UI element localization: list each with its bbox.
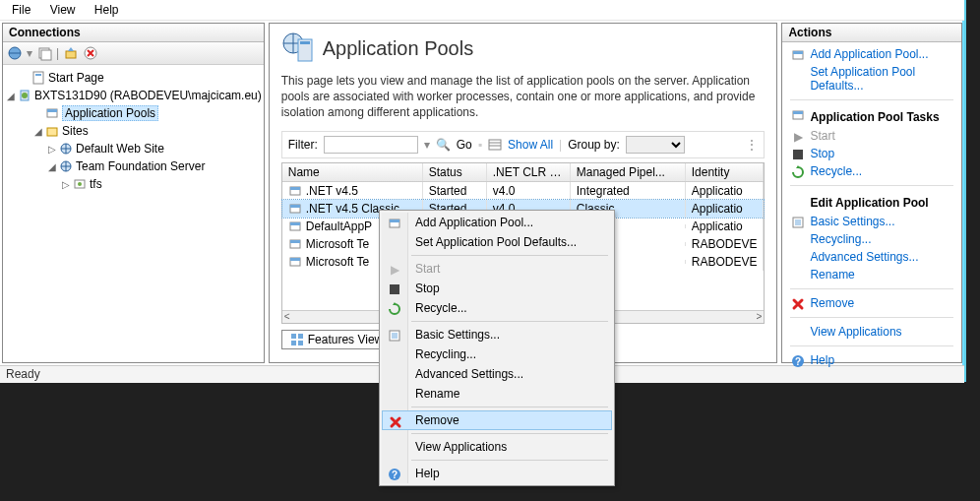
filter-label: Filter: xyxy=(288,138,318,152)
action-rename[interactable]: Rename xyxy=(790,267,953,282)
cm-basic-settings[interactable]: Basic Settings... xyxy=(382,325,612,344)
go-label[interactable]: Go xyxy=(457,138,472,152)
col-pipeline[interactable]: Managed Pipel... xyxy=(571,163,686,181)
svg-rect-21 xyxy=(290,187,300,190)
svg-rect-29 xyxy=(290,258,300,261)
show-all-icon[interactable] xyxy=(488,138,502,152)
globe-icon xyxy=(58,141,74,157)
folder-icon xyxy=(44,123,60,139)
action-recycle[interactable]: Recycle... xyxy=(790,163,953,179)
cm-help[interactable]: ?Help xyxy=(382,464,612,483)
refresh-icon[interactable] xyxy=(36,45,52,61)
svg-rect-30 xyxy=(291,334,296,339)
tree-tfs[interactable]: ▷ tfs xyxy=(5,175,262,193)
stop-icon xyxy=(387,282,402,297)
svg-rect-27 xyxy=(290,240,300,243)
app-pools-icon xyxy=(44,105,60,121)
action-set-defaults[interactable]: Set Application Pool Defaults... xyxy=(790,64,953,94)
svg-text:?: ? xyxy=(392,470,398,480)
col-name[interactable]: Name xyxy=(282,163,423,181)
cm-add-pool[interactable]: Add Application Pool... xyxy=(382,213,612,232)
action-remove[interactable]: Remove xyxy=(790,295,953,311)
up-icon[interactable] xyxy=(63,45,79,61)
connect-icon[interactable] xyxy=(7,45,23,61)
tree-label: Default Web Site xyxy=(76,142,164,156)
collapse-icon[interactable]: ▷ xyxy=(46,144,58,155)
menu-file[interactable]: File xyxy=(4,0,38,20)
svg-rect-10 xyxy=(47,109,57,112)
connections-panel: Connections ▾ | Start Page ◢ BXTS131D xyxy=(2,23,265,363)
col-identity[interactable]: Identity xyxy=(686,163,765,181)
action-view-apps[interactable]: View Applications xyxy=(790,324,953,340)
stop-nav-icon[interactable] xyxy=(83,45,98,61)
tree-default-site[interactable]: ▷ Default Web Site xyxy=(5,140,262,157)
tree-sites[interactable]: ◢ Sites xyxy=(5,122,262,140)
tree-server[interactable]: ◢ BXTS131D90 (RABODEVEU\majcicam.eu) xyxy=(5,87,262,104)
features-view-tab[interactable]: Features View xyxy=(281,330,392,349)
cm-recycling[interactable]: Recycling... xyxy=(382,344,612,364)
table-row[interactable]: .NET v4.5 Started v4.0 Integrated Applic… xyxy=(282,182,765,200)
cm-remove[interactable]: Remove xyxy=(382,410,612,430)
svg-rect-37 xyxy=(793,111,803,114)
expand-icon[interactable]: ◢ xyxy=(32,126,44,137)
tree-start-page[interactable]: Start Page xyxy=(5,69,262,87)
cm-start: ▶Start xyxy=(382,259,612,279)
tree-app-pools[interactable]: Application Pools xyxy=(5,104,262,122)
dropdown-icon[interactable]: ▾ xyxy=(27,46,32,60)
cm-recycle[interactable]: Recycle... xyxy=(382,298,612,318)
settings-icon xyxy=(790,215,806,230)
help-icon: ? xyxy=(790,353,806,369)
filter-bar: Filter: ▾ 🔍 Go ▪ Show All | Group by: ⋮ xyxy=(281,131,766,158)
svg-rect-32 xyxy=(291,341,296,345)
cm-view-apps[interactable]: View Applications xyxy=(382,437,612,457)
cm-advanced-settings[interactable]: Advanced Settings... xyxy=(382,364,612,384)
cell: RABODEVE xyxy=(686,235,765,253)
cm-stop[interactable]: Stop xyxy=(382,279,612,298)
filter-input[interactable] xyxy=(324,136,418,154)
actions-title: Actions xyxy=(782,24,961,42)
dropdown-icon[interactable]: ▾ xyxy=(424,138,430,152)
action-stop[interactable]: Stop xyxy=(790,146,953,161)
action-add-pool[interactable]: Add Application Pool... xyxy=(790,46,953,62)
menu-view[interactable]: View xyxy=(42,0,84,20)
pool-icon xyxy=(288,184,302,198)
connections-toolbar: ▾ | xyxy=(3,42,264,65)
svg-rect-38 xyxy=(793,150,803,159)
server-icon xyxy=(17,88,32,103)
add-icon xyxy=(790,47,806,63)
actions-panel: Actions Add Application Pool... Set Appl… xyxy=(781,23,962,363)
pool-icon xyxy=(288,219,302,233)
remove-icon xyxy=(388,414,403,430)
action-recycling[interactable]: Recycling... xyxy=(790,231,953,247)
expand-icon[interactable]: ◢ xyxy=(46,161,58,172)
col-status[interactable]: Status xyxy=(423,163,487,181)
actions-edit-title: Edit Application Pool xyxy=(790,192,953,212)
page-description: This page lets you view and manage the l… xyxy=(281,73,766,121)
svg-rect-2 xyxy=(41,50,51,60)
expand-icon[interactable]: ◢ xyxy=(5,91,17,101)
show-all-link[interactable]: Show All xyxy=(508,138,553,152)
add-icon xyxy=(387,216,402,231)
overflow-icon[interactable]: ⋮ xyxy=(746,138,758,152)
svg-rect-19 xyxy=(489,140,501,150)
svg-rect-44 xyxy=(390,284,399,294)
cm-set-defaults[interactable]: Set Application Pool Defaults... xyxy=(382,232,612,252)
action-help[interactable]: ?Help xyxy=(790,352,953,368)
col-clr[interactable]: .NET CLR V... xyxy=(487,163,571,181)
svg-rect-18 xyxy=(300,41,310,44)
globe-icon xyxy=(58,158,74,174)
stop-icon xyxy=(790,147,806,162)
action-basic-settings[interactable]: Basic Settings... xyxy=(790,214,953,229)
go-icon[interactable]: 🔍 xyxy=(436,138,451,152)
start-icon: ▶ xyxy=(387,262,402,278)
collapse-icon[interactable]: ▷ xyxy=(60,179,72,190)
settings-icon xyxy=(387,328,402,344)
features-view-label: Features View xyxy=(308,333,383,346)
action-advanced-settings[interactable]: Advanced Settings... xyxy=(790,249,953,265)
app-icon xyxy=(72,176,88,192)
group-by-select[interactable] xyxy=(626,136,685,154)
tree-tfs-server[interactable]: ◢ Team Foundation Server xyxy=(5,157,262,175)
menu-help[interactable]: Help xyxy=(87,0,127,20)
page-title: Application Pools xyxy=(323,37,473,60)
cm-rename[interactable]: Rename xyxy=(382,384,612,404)
